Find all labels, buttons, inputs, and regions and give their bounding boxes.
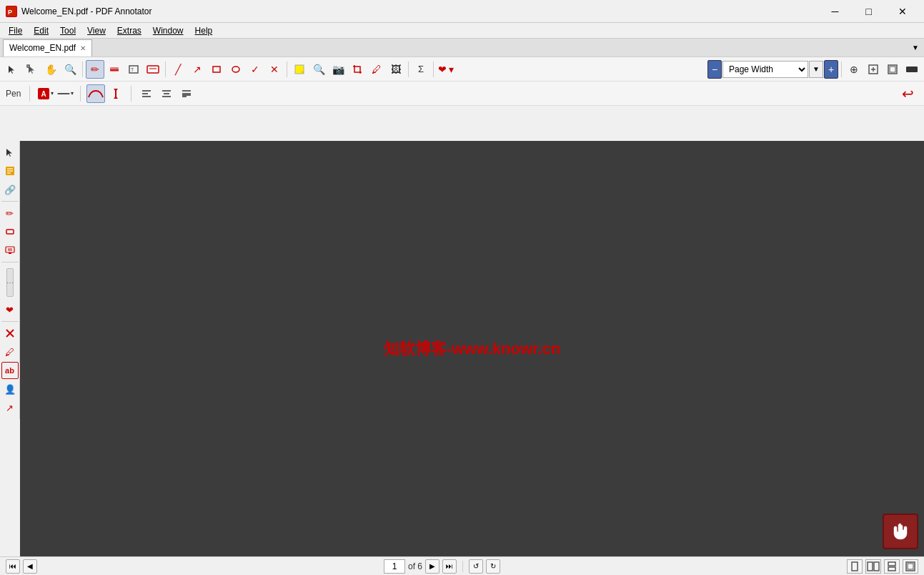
sidebar-eraser2-button[interactable] (1, 325, 19, 342)
minimize-button[interactable]: ─ (819, 0, 851, 23)
cross-button[interactable]: ✕ (265, 60, 284, 79)
page-number-input[interactable] (384, 559, 405, 574)
stamp-button[interactable] (144, 60, 162, 79)
line-width-button[interactable]: ▾ (56, 84, 74, 103)
status-center: of 6 ▶ ⏭ ↺ ↻ (384, 559, 500, 574)
checkmark-button[interactable]: ✓ (246, 60, 264, 79)
formula-button[interactable]: Σ (412, 60, 430, 79)
menu-view[interactable]: View (81, 24, 111, 37)
svg-rect-35 (6, 230, 14, 234)
image-button[interactable]: 🖼 (387, 60, 405, 79)
sidebar-link-button[interactable]: 🔗 (1, 181, 19, 198)
status-left: ⏮ ◀ (6, 559, 37, 574)
ellipse-tool-button[interactable] (227, 60, 245, 79)
zoom-dropdown-button[interactable]: ▼ (809, 61, 823, 78)
sidebar-divider-3 (1, 321, 19, 322)
insert-page-button[interactable]: ⊕ (845, 60, 863, 79)
zoom-in-button[interactable]: + (824, 60, 838, 79)
svg-rect-45 (888, 562, 895, 566)
menu-help[interactable]: Help (189, 24, 219, 37)
pen-sep-1 (29, 86, 30, 102)
sidebar-divider-1 (1, 201, 19, 202)
toolbar-sep-3 (287, 62, 287, 77)
svg-marker-20 (114, 96, 118, 99)
prev-page-button[interactable]: ◀ (23, 559, 37, 574)
menu-file[interactable]: File (3, 24, 28, 37)
layout-scroll-button[interactable] (884, 559, 900, 574)
tab-menu-button[interactable]: ▼ (910, 39, 921, 57)
sidebar-text-button[interactable]: ab (1, 362, 19, 379)
layout-fullscreen-button[interactable] (903, 559, 918, 574)
status-sep-1 (462, 561, 463, 572)
text-left-button[interactable] (137, 84, 156, 103)
next-page-button[interactable]: ▶ (425, 559, 439, 574)
title-bar-title: Welcome_EN.pdf - PDF Annotator (21, 6, 152, 16)
title-bar-left: P Welcome_EN.pdf - PDF Annotator (6, 6, 152, 17)
close-button[interactable]: ✕ (886, 0, 918, 23)
menu-edit[interactable]: Edit (28, 24, 54, 37)
select-tool-button[interactable] (3, 60, 21, 79)
sidebar-stamp-button[interactable] (1, 242, 19, 259)
svg-rect-2 (27, 65, 29, 67)
search-replace-button[interactable]: 🔍 (309, 60, 328, 79)
rotate-cw-button[interactable]: ↻ (486, 559, 500, 574)
favorite-button[interactable]: ❤ ▾ (437, 60, 455, 79)
status-bar: ⏮ ◀ of 6 ▶ ⏭ ↺ ↻ (0, 556, 924, 575)
watermark-text: 知软博客-www.knowr.cn (384, 338, 560, 360)
arrow-tool-button[interactable]: ↗ (188, 60, 207, 79)
line-tool-button[interactable]: ╱ (169, 60, 187, 79)
text-justify-button[interactable] (177, 84, 196, 103)
layout-double-button[interactable] (865, 559, 881, 574)
menu-tool[interactable]: Tool (54, 24, 81, 37)
document-tab[interactable]: Welcome_EN.pdf ✕ (3, 39, 92, 56)
last-page-button[interactable]: ⏭ (442, 559, 457, 574)
menu-window[interactable]: Window (147, 24, 189, 37)
zoom-button[interactable]: 🔍 (61, 60, 79, 79)
text-center-button[interactable] (157, 84, 176, 103)
menu-extras[interactable]: Extras (111, 24, 147, 37)
sidebar-pen2-button[interactable]: 🖊 (1, 343, 19, 360)
sidebar-notes-button[interactable] (1, 162, 19, 180)
pen-tool-button[interactable]: ✏ (86, 60, 104, 79)
rect-tool-button[interactable] (207, 60, 226, 79)
screenshot-button[interactable]: 📷 (329, 60, 347, 79)
sidebar-heart-button[interactable]: ❤ (1, 301, 19, 318)
tab-close-button[interactable]: ✕ (80, 44, 86, 52)
curve-pen-button[interactable] (86, 84, 105, 103)
select-area-button[interactable] (22, 60, 41, 79)
svg-marker-19 (114, 89, 118, 92)
svg-rect-43 (868, 562, 873, 571)
tab-bar: Welcome_EN.pdf ✕ ▼ (0, 39, 924, 57)
status-right (847, 559, 918, 574)
layout-single-button[interactable] (847, 559, 863, 574)
color-picker-button[interactable]: A ▾ (36, 84, 54, 103)
toolbar-sep-1 (82, 62, 83, 77)
sidebar-pen-button[interactable]: ✏ (1, 205, 19, 222)
crop-button[interactable] (348, 60, 367, 79)
pdf-content-area[interactable]: 知软博客-www.knowr.cn (20, 141, 924, 556)
rotate-ccw-button[interactable]: ↺ (469, 559, 483, 574)
marker-button[interactable]: 🖊 (367, 60, 386, 79)
toolbar-sep-5 (433, 62, 434, 77)
highlight-tool-button[interactable] (105, 60, 124, 79)
share-button[interactable] (883, 60, 902, 79)
dark-mode-button[interactable] (903, 60, 921, 79)
maximize-button[interactable]: □ (853, 0, 885, 23)
svg-text:T: T (131, 67, 134, 72)
toolbar-sep-2 (165, 62, 166, 77)
zoom-select[interactable]: Page Width 50% 75% 100% 125% 150% (722, 61, 808, 78)
sidebar-eraser-button[interactable] (1, 223, 19, 240)
first-page-button[interactable]: ⏮ (6, 559, 20, 574)
sticky-note-button[interactable] (290, 60, 309, 79)
straight-pen-button[interactable] (106, 84, 125, 103)
export-button[interactable] (864, 60, 883, 79)
corner-hand-button[interactable] (883, 513, 918, 549)
sidebar-cursor-button[interactable] (1, 144, 19, 161)
sidebar-arrow-button[interactable]: ↗ (1, 399, 19, 416)
sidebar-collapse-handle[interactable]: ⋯ (6, 268, 14, 297)
pan-tool-button[interactable]: ✋ (41, 60, 60, 79)
sidebar-person-button[interactable]: 👤 (1, 380, 19, 398)
svg-rect-42 (852, 562, 858, 571)
text-box-button[interactable]: T (124, 60, 143, 79)
zoom-out-button[interactable]: − (707, 60, 722, 79)
